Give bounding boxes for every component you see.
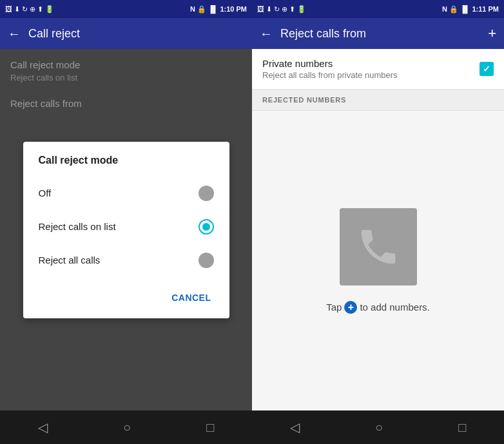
private-numbers-row[interactable]: Private numbers Reject all calls from pr… [252,49,504,90]
location-icon: ⊕ [30,5,35,14]
private-numbers-title: Private numbers [262,58,398,69]
back-button-right[interactable]: ← [260,26,273,41]
phone-icon [356,224,401,269]
time-left: 1:10 PM [220,5,247,13]
download-icon: ⬇ [14,5,20,14]
status-bar-right-right: N 🔒 ▐▌ 1:11 PM [442,5,499,14]
sync-icon: ↻ [22,5,28,14]
toolbar-title-right: Reject calls from [280,27,480,41]
phone-icon-container [340,208,417,285]
home-nav-right[interactable]: ○ [370,415,388,440]
nav-bar-right: ◁ ○ □ [252,410,504,444]
status-icons-right-left: 🖼 ⬇ ↻ ⊕ ⬆ 🔋 [257,5,306,14]
radio-reject-all[interactable] [199,253,214,268]
nav-bar-left: ◁ ○ □ [0,410,252,444]
location-icon-r: ⊕ [282,5,287,14]
dialog-option-off[interactable]: Off [23,177,229,210]
status-icons-left: 🖼 ⬇ ↻ ⊕ ⬆ 🔋 [5,5,54,14]
recent-nav-left[interactable]: □ [201,415,219,440]
dialog-option-reject-all[interactable]: Reject all calls [23,244,229,277]
private-numbers-subtitle: Reject all calls from private numbers [262,70,398,80]
call-reject-mode-dialog: Call reject mode Off Reject calls on lis… [23,142,229,318]
add-number-button[interactable]: + [488,25,496,42]
left-content: Call reject mode Reject calls on list Re… [0,49,252,410]
back-button-left[interactable]: ← [8,26,21,41]
dialog-title: Call reject mode [23,155,229,177]
sync-icon-r: ↻ [274,5,280,14]
wifi-icon: 🔒 [197,5,206,14]
dialog-actions: CANCEL [23,282,229,313]
wifi-icon-r: 🔒 [449,5,458,14]
rejected-numbers-header: REJECTED NUMBERS [252,90,504,111]
signal-icon-r: ▐▌ [460,5,470,13]
nfc-icon-r: N [442,5,447,13]
battery-icon-r: 🔋 [297,5,306,14]
status-bar-left: 🖼 ⬇ ↻ ⊕ ⬆ 🔋 N 🔒 ▐▌ 1:10 PM [0,0,252,18]
download-icon-r: ⬇ [266,5,272,14]
upload-icon: ⬆ [37,5,43,14]
toolbar-left: ← Call reject [0,18,252,49]
private-numbers-text: Private numbers Reject all calls from pr… [262,58,398,80]
dialog-option-reject-all-label: Reject all calls [39,255,101,265]
photo-icon: 🖼 [257,5,264,13]
radio-reject-list[interactable] [199,219,214,235]
right-content: Private numbers Reject all calls from pr… [252,49,504,410]
right-panel: 🖼 ⬇ ↻ ⊕ ⬆ 🔋 N 🔒 ▐▌ 1:11 PM ← Reject call… [252,0,504,444]
home-nav-left[interactable]: ○ [118,415,136,440]
back-nav-left[interactable]: ◁ [33,414,53,440]
add-circle-icon[interactable]: + [344,301,357,314]
private-numbers-checkbox[interactable] [480,62,494,76]
upload-icon-r: ⬆ [289,5,295,14]
time-right: 1:11 PM [472,5,499,13]
dialog-cancel-button[interactable]: CANCEL [164,287,218,308]
battery-icon: 🔋 [45,5,54,14]
left-panel: 🖼 ⬇ ↻ ⊕ ⬆ 🔋 N 🔒 ▐▌ 1:10 PM ← Call reject… [0,0,252,444]
dialog-overlay: Call reject mode Off Reject calls on lis… [0,49,252,410]
empty-state-text: Tap + to add numbers. [326,301,430,314]
tap-text: Tap [326,302,342,313]
camera-icon: 🖼 [5,5,12,13]
toolbar-title-left: Call reject [28,27,244,41]
status-bar-right: 🖼 ⬇ ↻ ⊕ ⬆ 🔋 N 🔒 ▐▌ 1:11 PM [252,0,504,18]
to-add-text: to add numbers. [360,302,429,313]
radio-off[interactable] [199,186,214,201]
dialog-option-off-label: Off [39,188,52,198]
toolbar-right: ← Reject calls from + [252,18,504,49]
nfc-icon: N [190,5,195,13]
empty-state: Tap + to add numbers. [252,111,504,410]
back-nav-right[interactable]: ◁ [285,414,305,440]
recent-nav-right[interactable]: □ [453,415,471,440]
dialog-option-reject-list-label: Reject calls on list [39,221,116,232]
status-bar-right: N 🔒 ▐▌ 1:10 PM [190,5,247,14]
dialog-option-reject-list[interactable]: Reject calls on list [23,210,229,244]
signal-icon: ▐▌ [208,5,218,13]
